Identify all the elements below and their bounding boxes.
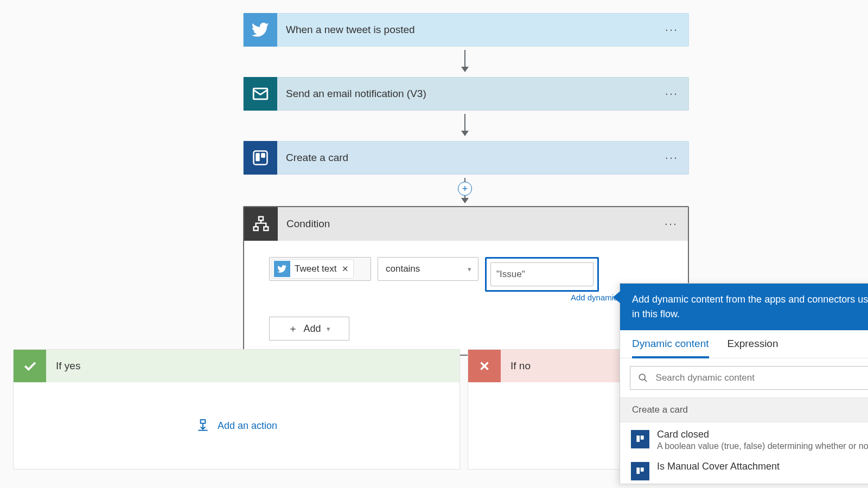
more-menu-icon[interactable]: ··· [660, 146, 683, 169]
step-email-action[interactable]: Send an email notification (V3) ··· [243, 77, 689, 111]
dcp-banner: Add dynamic content from the apps and co… [620, 284, 868, 330]
dcp-tabs: Dynamic content Expression [620, 330, 868, 358]
dynamic-content-panel: Add dynamic content from the apps and co… [620, 283, 868, 484]
more-menu-icon[interactable]: ··· [660, 213, 682, 235]
condition-row: Tweet text ✕ contains ▾ Add dynamic cont… [269, 257, 663, 292]
condition-value-input[interactable] [496, 269, 588, 280]
step-title: When a new tweet is posted [277, 24, 660, 36]
tab-expression[interactable]: Expression [727, 338, 778, 358]
trello-icon [631, 462, 649, 480]
branch-yes-header[interactable]: If yes [14, 350, 459, 382]
add-step-button[interactable]: + [458, 182, 472, 196]
trello-icon [244, 141, 277, 175]
condition-left-operand[interactable]: Tweet text ✕ [269, 257, 371, 281]
svg-rect-2 [256, 153, 260, 161]
dcp-item-card-closed[interactable]: Card closed A boolean value (true, false… [620, 422, 868, 454]
branch-yes-title: If yes [46, 360, 80, 372]
dcp-item-title: Card closed [657, 429, 868, 440]
dcp-search-wrapper [630, 366, 868, 390]
check-icon [14, 350, 46, 382]
remove-token-icon[interactable]: ✕ [342, 264, 349, 274]
more-menu-icon[interactable]: ··· [660, 18, 683, 41]
condition-value-input-wrapper [490, 262, 593, 286]
trello-icon [631, 430, 649, 448]
step-title: Send an email notification (V3) [277, 88, 660, 100]
svg-rect-5 [254, 227, 258, 230]
twitter-icon [244, 13, 277, 47]
mail-icon [244, 77, 277, 111]
branch-yes: If yes Add an action [13, 349, 460, 470]
condition-title: Condition [278, 218, 660, 230]
svg-rect-4 [259, 217, 263, 221]
add-action-yes[interactable]: Add an action [14, 382, 459, 469]
condition-icon [244, 207, 278, 241]
search-icon [638, 373, 648, 383]
more-menu-icon[interactable]: ··· [660, 82, 683, 105]
svg-rect-10 [641, 435, 644, 440]
branch-no-title: If no [501, 360, 531, 372]
svg-rect-12 [641, 467, 644, 472]
tweet-text-token: Tweet text ✕ [272, 259, 354, 279]
dcp-group-header: Create a card [620, 397, 868, 422]
svg-point-8 [639, 374, 645, 380]
dcp-item-sub: A boolean value (true, false) determinin… [657, 441, 868, 451]
dcp-item-title: Is Manual Cover Attachment [657, 461, 780, 472]
close-icon [468, 350, 501, 382]
connector-arrow [464, 114, 465, 136]
svg-rect-7 [201, 420, 206, 423]
operator-label: contains [386, 264, 420, 274]
dcp-item-manual-cover[interactable]: Is Manual Cover Attachment [620, 454, 868, 484]
svg-rect-11 [636, 467, 640, 474]
condition-operator-select[interactable]: contains ▾ [378, 257, 478, 281]
flow-canvas: When a new tweet is posted ··· Send an e… [0, 0, 868, 488]
step-trello-action[interactable]: Create a card ··· [243, 141, 689, 175]
svg-rect-9 [636, 435, 640, 442]
svg-rect-6 [264, 227, 268, 230]
token-label: Tweet text [295, 264, 336, 274]
dcp-search-input[interactable] [656, 373, 868, 383]
condition-header[interactable]: Condition ··· [244, 207, 688, 241]
tab-dynamic-content[interactable]: Dynamic content [632, 338, 709, 358]
svg-rect-3 [261, 153, 265, 158]
plus-icon: ＋ [288, 322, 298, 335]
step-title: Create a card [277, 152, 660, 164]
add-action-icon [196, 419, 210, 433]
focus-highlight [485, 257, 599, 292]
chevron-down-icon: ▾ [468, 265, 471, 273]
twitter-icon [274, 261, 290, 277]
add-condition-row-button[interactable]: ＋ Add ▾ [269, 317, 349, 341]
connector-arrow [464, 50, 465, 72]
step-twitter-trigger[interactable]: When a new tweet is posted ··· [243, 13, 689, 47]
chevron-down-icon: ▾ [327, 325, 330, 333]
